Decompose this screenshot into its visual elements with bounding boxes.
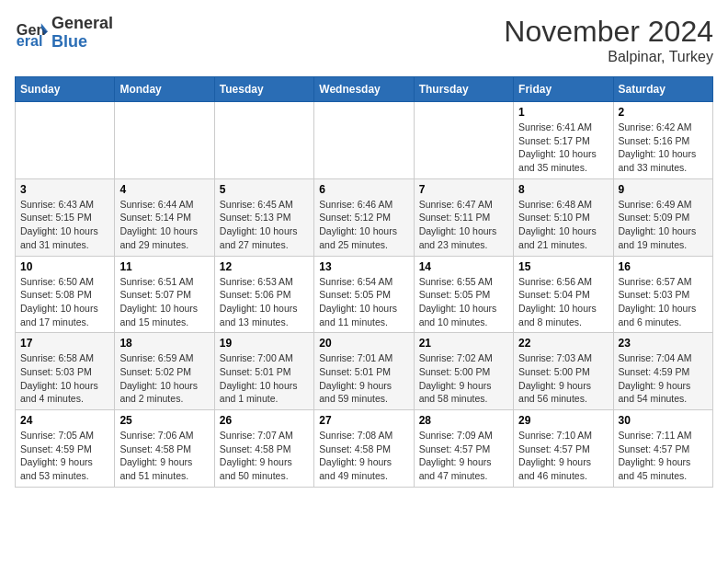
calendar-cell: 20Sunrise: 7:01 AM Sunset: 5:01 PM Dayli… <box>314 333 414 410</box>
day-number: 20 <box>319 337 408 350</box>
day-info: Sunrise: 6:47 AM Sunset: 5:11 PM Dayligh… <box>419 198 508 252</box>
day-info: Sunrise: 6:49 AM Sunset: 5:09 PM Dayligh… <box>619 198 708 252</box>
logo: Gen eral General Blue <box>15 15 113 52</box>
day-info: Sunrise: 7:08 AM Sunset: 4:58 PM Dayligh… <box>319 429 408 483</box>
calendar-cell: 1Sunrise: 6:41 AM Sunset: 5:17 PM Daylig… <box>514 102 613 179</box>
calendar-cell: 18Sunrise: 6:59 AM Sunset: 5:02 PM Dayli… <box>115 333 214 410</box>
calendar-cell: 19Sunrise: 7:00 AM Sunset: 5:01 PM Dayli… <box>214 333 313 410</box>
day-number: 16 <box>619 260 708 273</box>
day-info: Sunrise: 6:42 AM Sunset: 5:16 PM Dayligh… <box>619 121 708 175</box>
day-info: Sunrise: 6:59 AM Sunset: 5:02 PM Dayligh… <box>119 351 209 406</box>
day-info: Sunrise: 7:03 AM Sunset: 5:00 PM Dayligh… <box>518 351 608 406</box>
day-info: Sunrise: 6:55 AM Sunset: 5:05 PM Dayligh… <box>419 275 508 329</box>
calendar-cell: 4Sunrise: 6:44 AM Sunset: 5:14 PM Daylig… <box>115 178 214 256</box>
page-subtitle: Balpinar, Turkey <box>504 49 713 65</box>
day-info: Sunrise: 7:09 AM Sunset: 4:57 PM Dayligh… <box>419 429 508 483</box>
day-number: 28 <box>419 414 508 427</box>
calendar-week-2: 3Sunrise: 6:43 AM Sunset: 5:15 PM Daylig… <box>16 178 713 256</box>
calendar-cell: 2Sunrise: 6:42 AM Sunset: 5:16 PM Daylig… <box>613 102 712 179</box>
weekday-header-friday: Friday <box>514 77 613 102</box>
day-info: Sunrise: 7:05 AM Sunset: 4:59 PM Dayligh… <box>20 429 109 483</box>
day-info: Sunrise: 6:57 AM Sunset: 5:03 PM Dayligh… <box>619 275 708 329</box>
weekday-header-thursday: Thursday <box>414 77 513 102</box>
day-number: 29 <box>518 414 608 427</box>
calendar-week-1: 1Sunrise: 6:41 AM Sunset: 5:17 PM Daylig… <box>16 102 713 179</box>
logo-icon: Gen eral <box>15 17 48 50</box>
day-number: 19 <box>220 337 309 350</box>
day-info: Sunrise: 7:07 AM Sunset: 4:58 PM Dayligh… <box>220 429 309 483</box>
day-number: 13 <box>319 260 408 273</box>
calendar-cell: 3Sunrise: 6:43 AM Sunset: 5:15 PM Daylig… <box>16 178 115 256</box>
day-info: Sunrise: 7:06 AM Sunset: 4:58 PM Dayligh… <box>119 429 209 483</box>
day-number: 26 <box>220 414 309 427</box>
calendar-cell <box>115 102 214 179</box>
day-info: Sunrise: 6:50 AM Sunset: 5:08 PM Dayligh… <box>20 275 109 329</box>
day-number: 10 <box>20 260 109 273</box>
day-number: 25 <box>119 414 209 427</box>
calendar-cell: 7Sunrise: 6:47 AM Sunset: 5:11 PM Daylig… <box>414 178 513 256</box>
day-number: 12 <box>220 260 309 273</box>
calendar-cell: 16Sunrise: 6:57 AM Sunset: 5:03 PM Dayli… <box>613 256 712 333</box>
calendar-cell: 25Sunrise: 7:06 AM Sunset: 4:58 PM Dayli… <box>115 410 214 488</box>
day-number: 4 <box>119 183 209 196</box>
day-number: 2 <box>619 106 708 119</box>
logo-blue: Blue <box>51 33 113 52</box>
day-info: Sunrise: 6:48 AM Sunset: 5:10 PM Dayligh… <box>518 198 608 252</box>
weekday-header-saturday: Saturday <box>613 77 712 102</box>
day-info: Sunrise: 6:44 AM Sunset: 5:14 PM Dayligh… <box>119 198 209 252</box>
logo-general: General <box>51 15 113 33</box>
day-info: Sunrise: 7:04 AM Sunset: 4:59 PM Dayligh… <box>619 351 708 406</box>
weekday-header-wednesday: Wednesday <box>314 77 414 102</box>
calendar-table: SundayMondayTuesdayWednesdayThursdayFrid… <box>15 76 713 488</box>
day-number: 1 <box>518 106 608 119</box>
calendar-cell: 30Sunrise: 7:11 AM Sunset: 4:57 PM Dayli… <box>613 410 712 488</box>
day-number: 21 <box>419 337 508 350</box>
calendar-cell: 8Sunrise: 6:48 AM Sunset: 5:10 PM Daylig… <box>514 178 613 256</box>
logo-text: General Blue <box>51 15 113 52</box>
day-info: Sunrise: 6:58 AM Sunset: 5:03 PM Dayligh… <box>20 351 109 406</box>
calendar-cell: 29Sunrise: 7:10 AM Sunset: 4:57 PM Dayli… <box>514 410 613 488</box>
calendar-cell: 22Sunrise: 7:03 AM Sunset: 5:00 PM Dayli… <box>514 333 613 410</box>
calendar-week-4: 17Sunrise: 6:58 AM Sunset: 5:03 PM Dayli… <box>16 333 713 410</box>
calendar-cell: 24Sunrise: 7:05 AM Sunset: 4:59 PM Dayli… <box>16 410 115 488</box>
weekday-header-monday: Monday <box>115 77 214 102</box>
page-header: Gen eral General Blue November 2024 Balp… <box>15 15 713 65</box>
day-number: 5 <box>220 183 309 196</box>
calendar-header: SundayMondayTuesdayWednesdayThursdayFrid… <box>16 77 713 102</box>
day-number: 30 <box>619 414 708 427</box>
day-info: Sunrise: 6:46 AM Sunset: 5:12 PM Dayligh… <box>319 198 408 252</box>
day-info: Sunrise: 6:53 AM Sunset: 5:06 PM Dayligh… <box>220 275 309 329</box>
day-number: 3 <box>20 183 109 196</box>
calendar-cell: 23Sunrise: 7:04 AM Sunset: 4:59 PM Dayli… <box>613 333 712 410</box>
day-info: Sunrise: 6:51 AM Sunset: 5:07 PM Dayligh… <box>119 275 209 329</box>
calendar-cell: 17Sunrise: 6:58 AM Sunset: 5:03 PM Dayli… <box>16 333 115 410</box>
day-info: Sunrise: 6:56 AM Sunset: 5:04 PM Dayligh… <box>518 275 608 329</box>
svg-text:eral: eral <box>17 32 43 49</box>
day-number: 17 <box>20 337 109 350</box>
page-title: November 2024 <box>504 15 713 49</box>
day-info: Sunrise: 6:54 AM Sunset: 5:05 PM Dayligh… <box>319 275 408 329</box>
calendar-cell: 15Sunrise: 6:56 AM Sunset: 5:04 PM Dayli… <box>514 256 613 333</box>
calendar-cell: 10Sunrise: 6:50 AM Sunset: 5:08 PM Dayli… <box>16 256 115 333</box>
day-number: 11 <box>119 260 209 273</box>
calendar-cell: 11Sunrise: 6:51 AM Sunset: 5:07 PM Dayli… <box>115 256 214 333</box>
calendar-week-5: 24Sunrise: 7:05 AM Sunset: 4:59 PM Dayli… <box>16 410 713 488</box>
day-info: Sunrise: 7:00 AM Sunset: 5:01 PM Dayligh… <box>220 351 309 406</box>
weekday-header-sunday: Sunday <box>16 77 115 102</box>
calendar-cell <box>214 102 313 179</box>
day-number: 14 <box>419 260 508 273</box>
day-number: 27 <box>319 414 408 427</box>
calendar-cell: 5Sunrise: 6:45 AM Sunset: 5:13 PM Daylig… <box>214 178 313 256</box>
day-number: 23 <box>619 337 708 350</box>
day-info: Sunrise: 7:11 AM Sunset: 4:57 PM Dayligh… <box>619 429 708 483</box>
day-number: 15 <box>518 260 608 273</box>
weekday-row: SundayMondayTuesdayWednesdayThursdayFrid… <box>16 77 713 102</box>
title-block: November 2024 Balpinar, Turkey <box>504 15 713 65</box>
day-number: 9 <box>619 183 708 196</box>
day-number: 22 <box>518 337 608 350</box>
calendar-cell: 12Sunrise: 6:53 AM Sunset: 5:06 PM Dayli… <box>214 256 313 333</box>
day-info: Sunrise: 7:10 AM Sunset: 4:57 PM Dayligh… <box>518 429 608 483</box>
calendar-week-3: 10Sunrise: 6:50 AM Sunset: 5:08 PM Dayli… <box>16 256 713 333</box>
day-number: 6 <box>319 183 408 196</box>
calendar-cell <box>414 102 513 179</box>
